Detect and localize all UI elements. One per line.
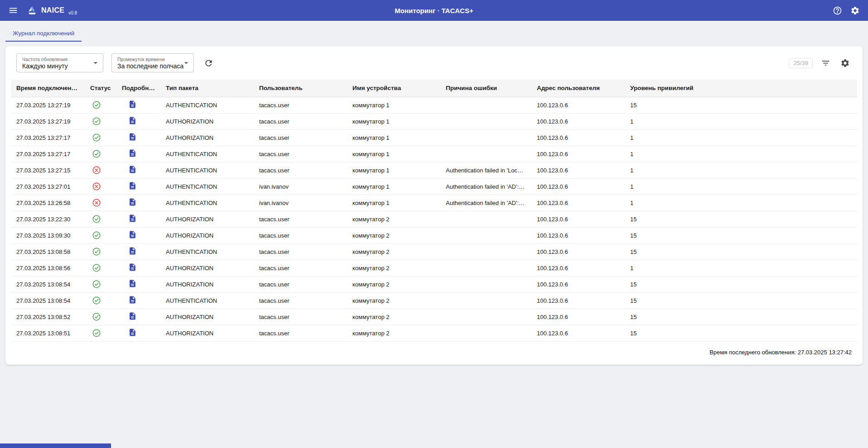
error-reason-cell	[440, 129, 531, 146]
column-header-details[interactable]: Подробнее	[116, 80, 160, 97]
column-header-packet-type[interactable]: Тип пакета	[160, 80, 254, 97]
privilege-level-cell: 15	[625, 325, 857, 341]
column-header-address[interactable]: Адрес пользователя	[531, 80, 625, 97]
packet-type-cell: AUTHENTICATION	[160, 97, 254, 113]
document-icon	[128, 247, 137, 255]
details-button[interactable]	[128, 133, 137, 141]
app-logo: NAICE v0.8	[26, 5, 77, 16]
privilege-level-cell: 1	[625, 146, 857, 162]
details-button[interactable]	[128, 247, 137, 255]
time-range-select[interactable]: Промежуток времени За последние полчаса	[111, 53, 194, 72]
table-row: 27.03.2025 13:27:17AUTHENTICATIONtacacs.…	[11, 146, 857, 162]
page-title: Мониторинг · TACACS+	[395, 7, 473, 14]
details-button[interactable]	[128, 198, 137, 206]
column-header-privilege-level[interactable]: Уровень привилегий	[625, 80, 857, 97]
privilege-level-cell: 15	[625, 309, 857, 325]
details-button[interactable]	[128, 279, 137, 288]
time-range-label: Промежуток времени	[117, 57, 180, 62]
packet-type-cell: AUTHENTICATION	[160, 243, 254, 260]
error-status-icon	[92, 182, 111, 191]
user-cell: tacacs.user	[254, 227, 347, 243]
status-cell	[85, 113, 116, 129]
column-header-user[interactable]: Пользователь	[254, 80, 347, 97]
details-cell	[116, 146, 160, 162]
packet-type-cell: AUTHORIZATION	[160, 227, 254, 243]
details-button[interactable]	[128, 230, 137, 239]
packet-type-cell: AUTHENTICATION	[160, 162, 254, 178]
device-name-cell: коммутатор 2	[347, 276, 440, 292]
privilege-level-cell: 1	[625, 195, 857, 211]
document-icon	[128, 214, 137, 223]
status-cell	[85, 211, 116, 227]
hamburger-menu-icon[interactable]	[6, 4, 20, 17]
packet-type-cell: AUTHENTICATION	[160, 195, 254, 211]
document-icon	[128, 116, 137, 125]
user-address-cell: 100.123.0.6	[531, 178, 625, 195]
help-icon[interactable]	[831, 4, 844, 17]
table-row: 27.03.2025 13:27:19AUTHORIZATIONtacacs.u…	[11, 113, 857, 129]
column-header-device[interactable]: Имя устройства	[347, 80, 440, 97]
status-cell	[85, 292, 116, 309]
privilege-level-cell: 1	[625, 113, 857, 129]
tab-connection-log[interactable]: Журнал подключений	[5, 26, 82, 42]
table-settings-gear-icon[interactable]	[839, 57, 852, 70]
column-header-label: Время подключения	[16, 85, 79, 91]
packet-type-cell: AUTHENTICATION	[160, 178, 254, 195]
settings-gear-icon[interactable]	[849, 4, 862, 17]
column-header-error-reason[interactable]: Причина ошибки	[440, 80, 531, 97]
device-name-cell: коммутатор 1	[347, 113, 440, 129]
details-button[interactable]	[128, 149, 137, 157]
device-name-cell: коммутатор 2	[347, 325, 440, 341]
user-cell: tacacs.user	[254, 243, 347, 260]
column-header-label: Пользователь	[259, 85, 303, 91]
user-address-cell: 100.123.0.6	[531, 162, 625, 178]
success-status-icon	[92, 231, 111, 240]
table-header-row: Время подключенияСтатусПодробнееТип паке…	[11, 80, 857, 97]
time-cell: 27.03.2025 13:27:17	[11, 146, 85, 162]
document-icon	[128, 263, 137, 272]
details-button[interactable]	[128, 214, 137, 223]
column-header-status[interactable]: Статус	[85, 80, 116, 97]
refresh-icon[interactable]	[202, 57, 215, 70]
details-button[interactable]	[128, 263, 137, 272]
document-icon	[128, 100, 137, 109]
details-button[interactable]	[128, 328, 137, 337]
user-address-cell: 100.123.0.6	[531, 243, 625, 260]
details-cell	[116, 276, 160, 292]
table-row: 27.03.2025 13:08:54AUTHORIZATIONtacacs.u…	[11, 276, 857, 292]
success-status-icon	[92, 329, 111, 338]
packet-type-cell: AUTHORIZATION	[160, 325, 254, 341]
boat-logo-icon	[26, 5, 38, 16]
time-cell: 27.03.2025 13:08:52	[11, 309, 85, 325]
table-row: 27.03.2025 13:27:19AUTHENTICATIONtacacs.…	[11, 97, 857, 113]
details-button[interactable]	[128, 116, 137, 125]
column-header-label: Адрес пользователя	[537, 85, 600, 91]
document-icon	[128, 165, 137, 174]
chevron-down-icon	[182, 58, 191, 67]
time-cell: 27.03.2025 13:27:19	[11, 97, 85, 113]
details-button[interactable]	[128, 312, 137, 320]
privilege-level-cell: 15	[625, 227, 857, 243]
details-button[interactable]	[128, 165, 137, 174]
document-icon	[128, 149, 137, 157]
app-bar: NAICE v0.8 Мониторинг · TACACS+	[0, 0, 868, 21]
column-header-time[interactable]: Время подключения	[11, 80, 85, 97]
filter-icon[interactable]	[819, 57, 832, 70]
error-reason-cell	[440, 243, 531, 260]
refresh-frequency-select[interactable]: Частота обновления Каждую минуту	[16, 53, 103, 72]
user-cell: tacacs.user	[254, 260, 347, 276]
status-cell	[85, 309, 116, 325]
details-button[interactable]	[128, 100, 137, 109]
packet-type-cell: AUTHORIZATION	[160, 113, 254, 129]
document-icon	[128, 328, 137, 337]
device-name-cell: коммутатор 2	[347, 309, 440, 325]
details-button[interactable]	[128, 295, 137, 304]
time-cell: 27.03.2025 13:08:58	[11, 243, 85, 260]
time-cell: 27.03.2025 13:27:19	[11, 113, 85, 129]
details-button[interactable]	[128, 181, 137, 190]
toolbar: Частота обновления Каждую минуту Промежу…	[11, 52, 857, 80]
privilege-level-cell: 1	[625, 260, 857, 276]
status-cell	[85, 260, 116, 276]
user-address-cell: 100.123.0.6	[531, 146, 625, 162]
user-address-cell: 100.123.0.6	[531, 113, 625, 129]
